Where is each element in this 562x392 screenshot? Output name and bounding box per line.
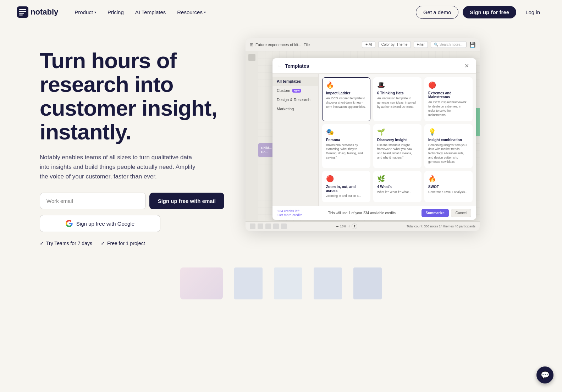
save-icon: 💾 [469, 42, 475, 48]
template-title-7: Zoom in, out, and across [326, 185, 367, 193]
template-desc-1: An IDEO inspired template to discover sh… [326, 96, 367, 109]
template-title-8: 4 What's [377, 185, 418, 189]
chevron-down-icon-2: ▾ [204, 10, 206, 14]
logo-link[interactable]: notably [17, 6, 58, 18]
zoom-out-button[interactable]: − [336, 224, 338, 229]
template-card-extremes[interactable]: 🔴 Extremes and Mainstreams An IDEO inspi… [424, 77, 473, 121]
logo-text: notably [31, 7, 58, 17]
logo-icon [17, 6, 28, 18]
modal-nav-marketing[interactable]: Marketing [272, 104, 318, 114]
sidebar-icon-1 [248, 54, 255, 61]
color-by-button[interactable]: Color by: Theme [378, 41, 411, 48]
bottom-deco-3 [274, 267, 302, 299]
nav-links: Product ▾ Pricing AI Templates Resources… [70, 6, 416, 18]
chat-bubble-button[interactable]: 💬 [536, 366, 553, 383]
badge-teams: ✓ Try Teams for 7 days [40, 241, 92, 246]
tool-icon-4 [273, 223, 279, 229]
template-desc-5: Use the standard insight framework: "wha… [377, 143, 418, 160]
nav-product[interactable]: Product ▾ [70, 6, 101, 18]
template-card-6-thinking[interactable]: 🎩 6 Thinking Hats An innovation template… [373, 77, 422, 121]
cancel-button[interactable]: Cancel [451, 209, 471, 217]
app-file-label: File [304, 43, 310, 47]
template-icon-2: 🎩 [377, 81, 418, 89]
bottom-deco-1 [180, 267, 223, 299]
app-canvas: Child... Sm... Ho... of usesability ← Te… [258, 51, 480, 221]
hero-left: Turn hours of research into customer ins… [40, 38, 224, 246]
hero-right: ⊞ Future experiences of kit... File ✦ AI… [246, 38, 534, 231]
check-icon-1: ✓ [40, 241, 44, 246]
modal-nav-all[interactable]: All templates [272, 77, 318, 86]
template-desc-3: An IDEO inspired framework to ideate on … [428, 100, 469, 117]
nav-signup-button[interactable]: Sign up for free [463, 6, 516, 18]
summarize-button[interactable]: Summarize [422, 209, 449, 217]
svg-rect-0 [17, 6, 28, 18]
template-title-4: Persona [326, 138, 367, 142]
app-body: Child... Sm... Ho... of usesability ← Te… [246, 51, 480, 221]
template-card-persona[interactable]: 🎭 Persona Brainstorm personas by extract… [322, 124, 370, 168]
modal-nav-design[interactable]: Design & Research [272, 95, 318, 104]
template-icon-7: 🔴 [326, 175, 367, 183]
signup-email-button[interactable]: Sign up free with email [149, 193, 224, 209]
google-icon [66, 220, 73, 227]
template-card-zoom[interactable]: 🔴 Zoom in, out, and across Zooming in an… [322, 171, 370, 202]
template-title-9: SWOT [428, 185, 469, 189]
footer-notice: This will use 1 of your 234 available cr… [302, 211, 421, 215]
footer-actions: Summarize Cancel [422, 209, 472, 217]
modal-close-button[interactable]: ✕ [462, 62, 471, 70]
login-button[interactable]: Log in [520, 6, 545, 18]
modal-footer: 234 credits left Get more credits This w… [272, 206, 476, 220]
template-icon-9: 🔥 [428, 175, 469, 183]
chevron-down-icon: ▾ [94, 10, 96, 14]
email-input[interactable] [40, 193, 146, 209]
modal-title: Templates [285, 63, 462, 69]
app-sidebar [246, 51, 258, 221]
template-icon-1: 🔥 [326, 81, 367, 89]
filter-button[interactable]: Filter [414, 41, 428, 48]
svg-rect-2 [19, 11, 26, 12]
zoom-in-button[interactable]: + [348, 224, 350, 229]
template-card-insight-combo[interactable]: 💡 Insight combination Combining insights… [424, 124, 473, 168]
svg-rect-3 [19, 13, 24, 14]
template-card-impact-ladder[interactable]: 🔥 Impact Ladder An IDEO inspired templat… [322, 77, 370, 121]
app-screenshot: ⊞ Future experiences of kit... File ✦ AI… [246, 38, 480, 231]
hero-description: Notably enables teams of all sizes to tu… [40, 153, 196, 182]
signup-google-button[interactable]: Sign up free with Google [40, 215, 160, 232]
template-title-3: Extremes and Mainstreams [428, 91, 469, 99]
nav-actions: Get a demo Sign up for free Log in [416, 6, 545, 19]
chat-icon: 💬 [541, 371, 550, 379]
modal-body: All templates Custom New Design & Resear… [272, 74, 476, 206]
hero-badges: ✓ Try Teams for 7 days ✓ Free for 1 proj… [40, 241, 224, 246]
svg-rect-4 [19, 15, 23, 16]
template-grid: 🔥 Impact Ladder An IDEO inspired templat… [322, 77, 473, 202]
ai-button[interactable]: ✦ AI [362, 41, 375, 48]
template-title-6: Insight combination [428, 138, 469, 142]
get-more-credits-link[interactable]: Get more credits [277, 213, 302, 217]
nav-pricing[interactable]: Pricing [103, 6, 129, 18]
zoom-level: 16% [340, 225, 346, 228]
nav-resources[interactable]: Resources ▾ [172, 6, 211, 18]
nav-ai-templates[interactable]: AI Templates [130, 6, 171, 18]
template-desc-2: An innovation template to generate new i… [377, 96, 418, 109]
modal-nav-custom[interactable]: Custom New [272, 86, 318, 95]
app-bottom-bar: − 16% + ? Total count: 306 notes 14 them… [246, 221, 480, 231]
signup-form: Sign up free with email [40, 193, 224, 209]
badge-project: ✓ Free for 1 project [101, 241, 145, 246]
search-placeholder: Search notes... [440, 43, 463, 46]
template-card-swot[interactable]: 🔥 SWOT Generate a SWOT analysis... [424, 171, 473, 202]
template-desc-4: Brainstorm personas by extracting "what … [326, 143, 367, 160]
demo-button[interactable]: Get a demo [416, 6, 458, 19]
hero-title: Turn hours of research into customer ins… [40, 49, 224, 144]
tool-icon-1 [250, 223, 255, 229]
template-card-4whats[interactable]: 🌿 4 What's What is? What if? What... [373, 171, 422, 202]
template-title-1: Impact Ladder [326, 91, 367, 95]
template-desc-7: Zooming in and out on a... [326, 194, 367, 198]
template-icon-6: 💡 [428, 128, 469, 136]
templates-modal: ← Templates ✕ All templates Custom New [272, 58, 476, 220]
app-title: Future experiences of kit... [255, 43, 302, 47]
zoom-help-button[interactable]: ? [352, 223, 357, 229]
template-card-discovery[interactable]: 🌱 Discovery Insight Use the standard ins… [373, 124, 422, 168]
app-topbar: ⊞ Future experiences of kit... File ✦ AI… [246, 38, 480, 51]
modal-back-button[interactable]: ← [277, 63, 282, 68]
bottom-deco-4 [314, 267, 342, 299]
search-icon: 🔍 [434, 43, 438, 46]
